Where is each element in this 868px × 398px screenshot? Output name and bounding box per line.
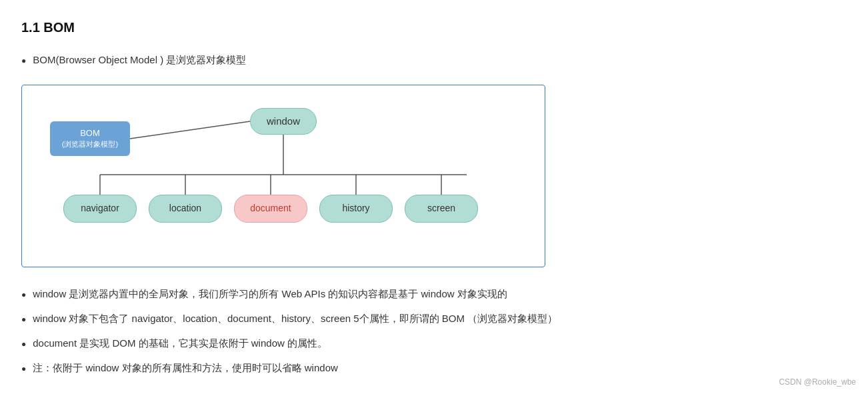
child-navigator: navigator [63,195,137,223]
window-box: window [250,108,317,135]
bullet-item-2: document 是实现 DOM 的基础，它其实是依附于 window 的属性。 [33,334,327,352]
child-history: history [319,195,393,223]
bullet-item-1: window 对象下包含了 navigator、location、documen… [33,309,557,327]
child-screen: screen [405,195,478,223]
intro-bullet: BOM(Browser Object Model ) 是浏览器对象模型 [33,51,246,69]
diagram-container: BOM (浏览器对象模型) window navigator location … [21,85,545,267]
child-location: location [149,195,222,223]
svg-line-7 [130,121,250,139]
bom-diagram: BOM (浏览器对象模型) window navigator location … [43,101,523,248]
section-title: 1.1 BOM [21,16,847,39]
bom-label-line1: BOM [62,127,118,139]
bullet-list: window 是浏览器内置中的全局对象，我们所学习的所有 Web APIs 的知… [21,285,847,377]
bullet-item-3: 注：依附于 window 对象的所有属性和方法，使用时可以省略 window [33,359,338,377]
window-label: window [267,113,300,130]
child-nodes: navigator location document history scre… [63,195,478,223]
watermark: CSDN @Rookie_wbe [779,375,856,389]
bom-label-line2: (浏览器对象模型) [62,139,118,149]
child-document: document [234,195,307,223]
bom-box: BOM (浏览器对象模型) [50,121,130,156]
bullet-item-0: window 是浏览器内置中的全局对象，我们所学习的所有 Web APIs 的知… [33,285,507,303]
